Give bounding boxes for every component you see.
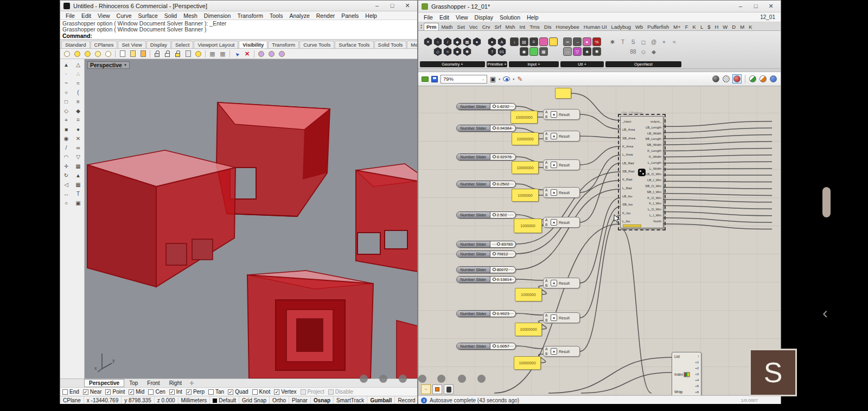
param-plane-icon[interactable]: ◇ [433, 47, 442, 56]
gh-canvas[interactable]: Number Slider1.6232Number Slider0.94384N… [418, 86, 781, 395]
osnap-tan[interactable]: Tan [208, 389, 224, 395]
rhino-menu-mesh[interactable]: Mesh [180, 12, 201, 19]
result-output[interactable]: Result [559, 281, 570, 285]
python-output-l-width[interactable]: L_Width [649, 167, 661, 170]
osnap-quad[interactable]: ✓Quad [228, 389, 248, 395]
nest-fox-icon[interactable]: S [629, 37, 638, 46]
arc-tool-icon[interactable]: ( [72, 88, 84, 97]
slider-grip[interactable] [493, 126, 496, 130]
param-field-icon[interactable]: ✱ [463, 47, 471, 56]
number-slider[interactable]: Number Slider0.2502 [456, 181, 516, 188]
number-slider[interactable]: Number Slider83783 [456, 241, 516, 248]
input-a-label[interactable]: A [545, 110, 549, 114]
gh-tab-crv[interactable]: Crv [480, 23, 493, 30]
slider-rail[interactable]: 0.2502 [490, 181, 515, 187]
rhino-toolbar-tab-set-view[interactable]: Set View [118, 41, 145, 48]
rhino-toolbar-tab-visibility[interactable]: Visibility [239, 41, 267, 48]
rhino-toolbar-tab-solid-tools[interactable]: Solid Tools [374, 41, 407, 48]
checkbox-near[interactable]: ✓ [83, 389, 88, 395]
new-viewport-button[interactable]: ✛ [187, 380, 196, 386]
preview-wireframe-button[interactable] [722, 75, 730, 83]
select-sub-tool-icon[interactable]: △ [72, 60, 84, 69]
checkbox-perp[interactable]: ✓ [186, 389, 192, 395]
preview-shaded-button[interactable] [732, 74, 742, 84]
rhino-menu-dimension[interactable]: Dimension [201, 12, 234, 19]
gh-tab-d[interactable]: D [730, 23, 738, 30]
viewport-tab-right[interactable]: Right [165, 380, 186, 387]
rhino-toolbar-tab-select[interactable]: Select [171, 41, 193, 48]
python-input-k-rad[interactable]: K_Rad [622, 178, 632, 181]
status-ortho[interactable]: Ortho [270, 396, 289, 404]
number-slider[interactable]: Number Slider0.13814 [456, 276, 516, 283]
tab-scroll-spinner[interactable]: ▲▼ [419, 22, 424, 30]
gh-tab-set[interactable]: Set [455, 23, 467, 30]
param-integer-icon[interactable]: 7 [488, 47, 496, 56]
gh-menu-display[interactable]: Display [471, 14, 496, 21]
python-output-lb-width[interactable]: LB_Width [647, 132, 661, 135]
osnap-perp[interactable]: ✓Perp [186, 389, 205, 395]
input-a-label[interactable]: A [545, 279, 549, 282]
status-planar[interactable]: Planar [289, 396, 311, 404]
bulb-violet-b-icon[interactable] [267, 49, 276, 59]
python-input-input[interactable]: _input [622, 120, 631, 123]
slider-grip[interactable] [493, 252, 496, 255]
rhino-menu-curve[interactable]: Curve [113, 12, 135, 19]
surface-corner-tool-icon[interactable]: ◆ [72, 106, 84, 115]
calendar-icon[interactable]: ▦ [539, 47, 548, 56]
galapagos-icon[interactable]: ● [583, 37, 591, 46]
gh-titlebar[interactable]: Grasshopper - 12_01* – □ ✕ [418, 1, 781, 12]
dimension-tool-icon[interactable]: ↔ [60, 189, 72, 198]
checkbox-mid[interactable]: ✓ [129, 389, 134, 395]
panel-icon[interactable]: ▤ [520, 37, 528, 46]
nest-birds-icon[interactable]: ✱ [608, 37, 617, 46]
param-point-icon[interactable]: ● [473, 37, 481, 46]
slider-rail[interactable]: 80072 [490, 267, 515, 273]
osnap-point[interactable]: ✓Point [105, 389, 125, 395]
number-slider[interactable]: Number Slider0.92976 [456, 153, 516, 160]
delete-red-icon[interactable]: ✕ [242, 49, 252, 59]
slider-rail[interactable]: 83783 [490, 241, 515, 247]
control-curve-tool-icon[interactable]: ≈ [72, 79, 84, 88]
curve-tool-icon[interactable]: ~ [60, 79, 72, 88]
nest-block-icon[interactable]: ◆ [649, 47, 659, 56]
gh-tab-honeybee[interactable]: Honeybee [554, 23, 582, 30]
select-tool-icon[interactable]: ▲ [60, 60, 72, 69]
list-output-i[interactable]: i [698, 355, 699, 358]
gh-tab-int[interactable]: Int [518, 23, 528, 30]
input-b-label[interactable]: B [545, 137, 549, 140]
preview-eye-icon[interactable] [503, 76, 510, 81]
gh-tab-[interactable]: $ [705, 23, 712, 30]
python-input-lb-iso[interactable]: LB_Iso [622, 195, 633, 198]
input-a-label[interactable]: A [545, 313, 549, 317]
gh-group-label[interactable]: OpenNest [605, 61, 681, 67]
checkbox-vertex[interactable]: ✓ [274, 389, 279, 395]
gh-tab-prm[interactable]: Prm [424, 23, 439, 30]
bulb-white-icon[interactable] [62, 49, 72, 59]
draw-icons-button[interactable] [749, 75, 757, 83]
rhino-menu-edit[interactable]: Edit [78, 12, 94, 19]
checkbox-project[interactable] [301, 389, 306, 395]
value-panel[interactable]: 1000000 [515, 288, 542, 301]
osnap-near[interactable]: ✓Near [83, 389, 102, 395]
save-file-icon[interactable] [431, 76, 438, 82]
graph-mapper-icon[interactable]: ~ [549, 37, 558, 46]
slider-grip[interactable] [493, 105, 496, 108]
loft-tool-icon[interactable]: = [72, 115, 84, 125]
input-a-label[interactable]: A [545, 347, 549, 351]
gh-menu-view[interactable]: View [452, 14, 471, 21]
gh-tab-ladybug[interactable]: Ladybug [609, 23, 633, 30]
scale-tool-icon[interactable]: ▲ [72, 171, 84, 180]
python-output-k-i-win[interactable]: K_I_Win [649, 202, 661, 205]
gh-menu-help[interactable]: Help [524, 14, 542, 21]
value-panel[interactable]: 10000000 [510, 111, 538, 124]
status-osnap[interactable]: Osnap [311, 396, 334, 404]
multiplication-component[interactable]: AB×Result [543, 109, 580, 120]
python-input-sb-area[interactable]: SB_Area [622, 137, 635, 140]
nest-waves-icon[interactable]: ≈ [670, 37, 679, 46]
python-input-l-iso[interactable]: L_Iso [622, 220, 630, 223]
gh-tab-l[interactable]: L [698, 23, 705, 30]
python-output-lb-i-win[interactable]: LB_I_Win [647, 178, 661, 182]
nest-union-icon[interactable]: ◇ [639, 47, 648, 56]
array-tool-icon[interactable]: ▦ [72, 180, 84, 189]
python-input-lb-rad[interactable]: LB_Rad [622, 162, 634, 165]
